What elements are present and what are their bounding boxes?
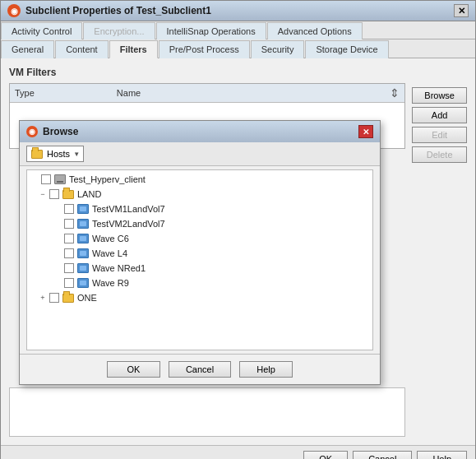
section-label: VM Filters — [9, 67, 467, 78]
tree-item[interactable]: Wave L4 — [27, 246, 372, 261]
hosts-folder-icon — [30, 147, 44, 160]
tree-checkbox[interactable] — [41, 174, 51, 184]
hosts-label: Hosts — [47, 149, 70, 159]
tab-intellisnap[interactable]: IntelliSnap Operations — [156, 22, 266, 39]
content-area: VM Filters Type Name ⇕ Browse Add Edit D… — [1, 58, 475, 445]
tree-toggle — [53, 249, 62, 257]
browse-button[interactable]: Browse — [412, 87, 467, 104]
ok-button[interactable]: OK — [303, 451, 348, 459]
vm-icon — [76, 232, 90, 245]
browse-toolbar: Hosts ▼ — [20, 142, 380, 166]
dropdown-arrow-icon: ▼ — [73, 151, 80, 158]
tab-encryption[interactable]: Encryption... — [83, 22, 155, 39]
col-type: Type — [15, 88, 35, 98]
browse-title-bar: ◉ Browse ✕ — [20, 121, 380, 142]
tree-checkbox[interactable] — [49, 189, 59, 199]
main-window: ◉ Subclient Properties of Test_Subclient… — [0, 0, 476, 459]
tabs-row1: Activity Control Encryption... IntelliSn… — [1, 21, 475, 39]
title-bar: ◉ Subclient Properties of Test_Subclient… — [1, 1, 475, 21]
tree-checkbox[interactable] — [49, 293, 59, 303]
tree-item-label: Wave NRed1 — [92, 263, 146, 273]
delete-button[interactable]: Delete — [412, 146, 467, 163]
vm-icon — [76, 247, 90, 260]
tree-toggle[interactable]: − — [39, 190, 47, 198]
tree-item[interactable]: + ONE — [27, 290, 372, 305]
tree-toggle — [53, 234, 62, 243]
tab-general[interactable]: General — [1, 40, 54, 58]
browse-cancel-button[interactable]: Cancel — [169, 361, 231, 378]
empty-area — [9, 387, 405, 437]
tree-checkbox[interactable] — [64, 219, 74, 229]
browse-title: Browse — [43, 126, 78, 137]
browse-ok-button[interactable]: OK — [107, 361, 160, 378]
tree-checkbox[interactable] — [64, 204, 74, 214]
vm-icon — [76, 262, 90, 275]
tab-activity-control[interactable]: Activity Control — [1, 22, 82, 39]
tree-item[interactable]: Wave NRed1 — [27, 261, 372, 276]
tree-toggle — [53, 279, 62, 287]
help-button[interactable]: Help — [417, 451, 467, 459]
browse-close-button[interactable]: ✕ — [358, 125, 373, 138]
tab-security[interactable]: Security — [251, 40, 305, 58]
vm-icon — [76, 217, 90, 230]
tree-toggle — [53, 220, 62, 228]
tab-storage-device[interactable]: Storage Device — [305, 40, 388, 58]
tree-item[interactable]: TestVM1LandVol7 — [27, 202, 372, 216]
browse-window-icon: ◉ — [26, 126, 38, 137]
window-icon: ◉ — [7, 4, 21, 17]
cancel-button[interactable]: Cancel — [353, 451, 412, 459]
vm-icon — [76, 276, 90, 290]
server-icon — [53, 173, 67, 186]
browse-help-button[interactable]: Help — [239, 361, 293, 378]
filter-header: Type Name ⇕ — [10, 84, 404, 103]
vm-icon — [76, 202, 90, 216]
tree-item-label: Wave R9 — [92, 278, 129, 288]
tree-item-label: Test_Hyperv_client — [69, 174, 146, 184]
tree-item[interactable]: Test_Hyperv_client — [27, 172, 372, 187]
tab-advanced-options[interactable]: Advanced Options — [267, 22, 363, 39]
tree-item-label: TestVM1LandVol7 — [92, 204, 165, 214]
tree-item[interactable]: − LAND — [27, 187, 372, 202]
tab-filters[interactable]: Filters — [109, 40, 158, 58]
tree-item-label: LAND — [77, 189, 101, 199]
tabs-row2: General Content Filters Pre/Post Process… — [1, 39, 475, 58]
close-button[interactable]: ✕ — [454, 4, 469, 17]
tree-toggle[interactable]: + — [39, 294, 47, 302]
bottom-buttons: OK Cancel Help — [1, 445, 475, 459]
tree-checkbox[interactable] — [64, 234, 74, 243]
scroll-arrows[interactable]: ⇕ — [390, 86, 400, 100]
tab-prepost[interactable]: Pre/Post Process — [159, 40, 250, 58]
window-title: Subclient Properties of Test_Subclient1 — [25, 5, 211, 16]
buttons-right: Browse Add Edit Delete — [412, 87, 467, 163]
tree-checkbox[interactable] — [64, 278, 74, 288]
col-name: Name — [117, 88, 141, 98]
hosts-selector[interactable]: Hosts ▼ — [26, 146, 84, 162]
tree-item-label: Wave C6 — [92, 234, 129, 243]
tree-checkbox[interactable] — [64, 263, 74, 273]
tree-item[interactable]: Wave C6 — [27, 231, 372, 246]
edit-button[interactable]: Edit — [412, 127, 467, 143]
tree-toggle[interactable] — [30, 175, 39, 183]
folder-icon — [62, 188, 75, 201]
tree-item[interactable]: TestVM2LandVol7 — [27, 216, 372, 231]
tab-content[interactable]: Content — [55, 40, 109, 58]
browse-dialog-buttons: OK Cancel Help — [20, 354, 380, 384]
tree-checkbox[interactable] — [64, 248, 74, 258]
browse-tree[interactable]: Test_Hyperv_client − LAND TestVM1LandVol… — [26, 169, 373, 350]
tree-item-label: ONE — [77, 293, 97, 303]
add-button[interactable]: Add — [412, 107, 467, 123]
tree-item[interactable]: Wave R9 — [27, 276, 372, 290]
tree-item-label: Wave L4 — [92, 248, 127, 258]
browse-dialog: ◉ Browse ✕ Hosts ▼ — [19, 120, 381, 385]
tree-toggle — [53, 264, 62, 272]
tree-toggle — [53, 205, 62, 213]
folder-icon — [62, 291, 75, 304]
tree-item-label: TestVM2LandVol7 — [92, 219, 165, 229]
